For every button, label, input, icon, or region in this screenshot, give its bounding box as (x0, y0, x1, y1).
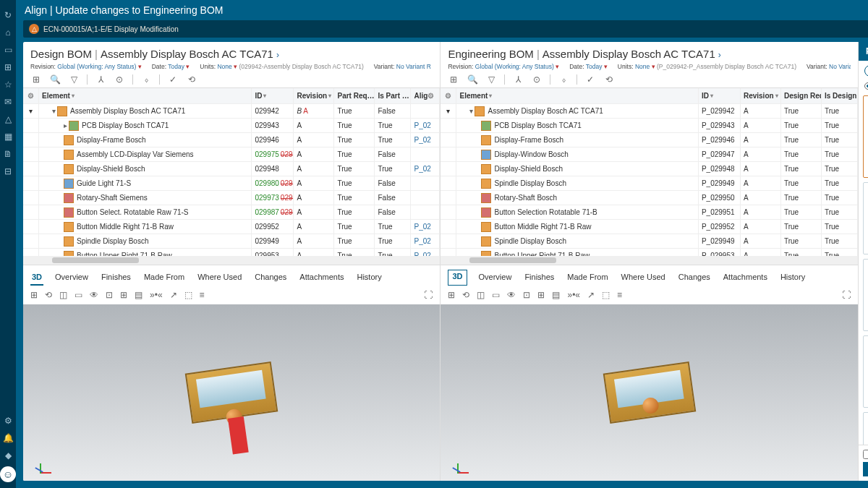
leftbar-icon-3[interactable]: ⊞ (1, 61, 14, 74)
tab-made-from[interactable]: Made From (566, 270, 609, 286)
table-row[interactable]: ▾ ▾Assembly Display Bosch AC TCA71 P_029… (441, 104, 857, 119)
grid-tool-10[interactable]: ⟲ (603, 74, 615, 85)
viewer-fullscreen-icon[interactable]: ⛶ (424, 290, 433, 300)
grid-tool-1[interactable]: 🔍 (49, 74, 61, 85)
table-row[interactable]: Assembly LCD-Display Var Siemens 0299750… (23, 147, 440, 162)
leftbar-bottom-icon-0[interactable]: ⚙ (1, 414, 14, 427)
grid-tool-7[interactable]: ⬨ (558, 74, 569, 85)
viewer-tool-6[interactable]: ⊞ (120, 290, 127, 300)
table-row[interactable]: Button Select. Rotatable Raw 71-S 029987… (23, 205, 440, 220)
grid-tool-10[interactable]: ⟲ (186, 74, 197, 85)
leftbar-icon-7[interactable]: ▦ (1, 130, 14, 143)
table-row[interactable]: Button Middle Right 71-B Raw P_029952 A … (441, 220, 857, 234)
tab-history[interactable]: History (779, 270, 807, 286)
tab-finishes[interactable]: Finishes (100, 270, 132, 286)
viewer-tool-11[interactable]: ≡ (200, 290, 205, 300)
grid-tool-5[interactable]: ⊙ (531, 74, 542, 85)
3d-viewer[interactable] (23, 304, 440, 481)
tab-where-used[interactable]: Where Used (620, 270, 667, 286)
grid-tool-1[interactable]: 🔍 (467, 74, 478, 85)
table-row[interactable]: Display-Frame Bosch 029946 A True TrueP_… (23, 133, 440, 147)
column-config-icon[interactable]: ⚙ (445, 92, 451, 100)
table-row[interactable]: Button Selection Rotatable 71-B P_029951… (441, 205, 857, 220)
run-background-checkbox[interactable]: Run In Background (863, 450, 868, 459)
update-button[interactable]: Update (863, 462, 868, 476)
grid-tool-2[interactable]: ▽ (68, 74, 80, 85)
leftbar-icon-0[interactable]: ↻ (1, 9, 14, 22)
grid-tool-5[interactable]: ⊙ (114, 74, 125, 85)
tab-made-from[interactable]: Made From (142, 270, 186, 286)
table-row[interactable]: ▸PCB Display Bosch TCA71 029943 A True T… (23, 119, 440, 133)
viewer-tool-10[interactable]: ⬚ (602, 290, 610, 300)
chevron-right-icon[interactable]: › (718, 50, 721, 60)
avatar[interactable]: ☺ (0, 466, 16, 482)
3d-viewer[interactable] (441, 304, 857, 481)
update-card[interactable]: Replace● Button Select. Rotatable R 0299… (863, 259, 868, 331)
grid-header[interactable]: ⚙ Element ▾ ID ▾ Revision ▾ Design Req… … (441, 88, 857, 104)
tab-overview[interactable]: Overview (54, 270, 90, 286)
leftbar-icon-1[interactable]: ⌂ (1, 26, 14, 39)
table-row[interactable]: Button Upper Right 71-B Raw 029953 A Tru… (23, 249, 440, 256)
viewer-tool-10[interactable]: ⬚ (184, 290, 192, 300)
leftbar-icon-8[interactable]: 🗎 (1, 147, 14, 160)
grid-tool-7[interactable]: ⬨ (140, 74, 152, 85)
leftbar-icon-2[interactable]: ▭ (1, 43, 14, 56)
grid-tool-4[interactable]: ⅄ (95, 74, 106, 85)
leftbar-bottom-icon-2[interactable]: ◆ (1, 449, 14, 462)
grid-header[interactable]: ⚙ Element ▾ ID ▾ Revision ▾ Part Req… ▾ … (23, 88, 440, 104)
update-card[interactable]: Replace◩ Assembly LCD-Display Var 029975… (863, 182, 868, 254)
table-row[interactable]: Display-Frame Bosch P_029946 A True True (441, 133, 857, 147)
viewer-tool-4[interactable]: 👁 (90, 290, 98, 300)
viewer-tool-7[interactable]: ▤ (552, 290, 560, 300)
viewer-tool-2[interactable]: ◫ (59, 290, 67, 300)
viewer-fullscreen-icon[interactable]: ⛶ (842, 290, 851, 300)
grid-tool-9[interactable]: ✓ (584, 74, 596, 85)
tab-finishes[interactable]: Finishes (523, 270, 556, 286)
update-card[interactable]: Replace● Rotary-Shaft Siemens (863, 412, 868, 445)
show-all-option[interactable]: Show All (864, 82, 868, 91)
viewer-tool-5[interactable]: ⊡ (523, 290, 530, 300)
viewer-tool-0[interactable]: ⊞ (448, 290, 455, 300)
viewer-tool-4[interactable]: 👁 (507, 290, 516, 300)
viewer-tool-1[interactable]: ⟲ (462, 290, 469, 300)
table-row[interactable]: Button Middle Right 71-B Raw 029952 A Tr… (23, 220, 440, 234)
viewer-tool-9[interactable]: ↗ (170, 290, 177, 300)
leftbar-icon-4[interactable]: ☆ (1, 78, 14, 91)
table-row[interactable]: Rotary-Shaft Siemens 02997302995 A True … (23, 191, 440, 205)
viewer-tool-7[interactable]: ▤ (135, 290, 142, 300)
tab-3d[interactable]: 3D (30, 270, 43, 286)
chevron-right-icon[interactable]: › (276, 50, 279, 60)
viewer-tool-0[interactable]: ⊞ (30, 290, 38, 300)
table-row[interactable]: Spindle Display Bosch P_029949 A True Tr… (441, 234, 857, 249)
leftbar-icon-9[interactable]: ⊟ (1, 165, 14, 178)
tab-overview[interactable]: Overview (477, 270, 514, 286)
table-row[interactable]: Guide Light 71-S 02998002994 A True Fals… (23, 176, 440, 191)
viewer-tool-9[interactable]: ↗ (587, 290, 595, 300)
viewer-tool-2[interactable]: ◫ (477, 290, 485, 300)
viewer-tool-8[interactable]: »•« (567, 290, 580, 300)
leftbar-icon-5[interactable]: ✉ (1, 95, 14, 108)
leftbar-bottom-icon-1[interactable]: 🔔 (1, 432, 14, 445)
grid-hscroll[interactable] (441, 256, 857, 265)
tab-changes[interactable]: Changes (253, 270, 288, 286)
table-row[interactable]: Button Upper Right 71-B Raw P_029953 A T… (441, 249, 857, 256)
viewer-tool-11[interactable]: ≡ (617, 290, 622, 300)
tab-3d[interactable]: 3D (448, 270, 467, 286)
table-row[interactable]: Spindle Display Bosch 029949 A True True… (23, 234, 440, 249)
tab-where-used[interactable]: Where Used (196, 270, 243, 286)
tab-attachments[interactable]: Attachments (298, 270, 345, 286)
tab-changes[interactable]: Changes (677, 270, 712, 286)
grid-hscroll[interactable] (23, 256, 440, 265)
viewer-tool-5[interactable]: ⊡ (106, 290, 113, 300)
table-row[interactable]: Display-Window Bosch P_029947 A True Tru… (441, 147, 857, 162)
viewer-tool-3[interactable]: ▭ (492, 290, 500, 300)
leftbar-icon-6[interactable]: △ (1, 113, 14, 126)
viewer-tool-1[interactable]: ⟲ (45, 290, 52, 300)
update-card[interactable]: Revise◧ Assembly Display Bosch A 029942R… (863, 95, 868, 178)
table-row[interactable]: PCB Display Bosch TCA71 P_029943 A True … (441, 119, 857, 133)
viewer-tool-3[interactable]: ▭ (75, 290, 82, 300)
grid-tool-4[interactable]: ⅄ (512, 74, 524, 85)
grid-tool-9[interactable]: ✓ (167, 74, 179, 85)
filter-pill-0[interactable]: 1 Revise (864, 65, 868, 77)
column-config-icon[interactable]: ⚙ (27, 92, 34, 100)
